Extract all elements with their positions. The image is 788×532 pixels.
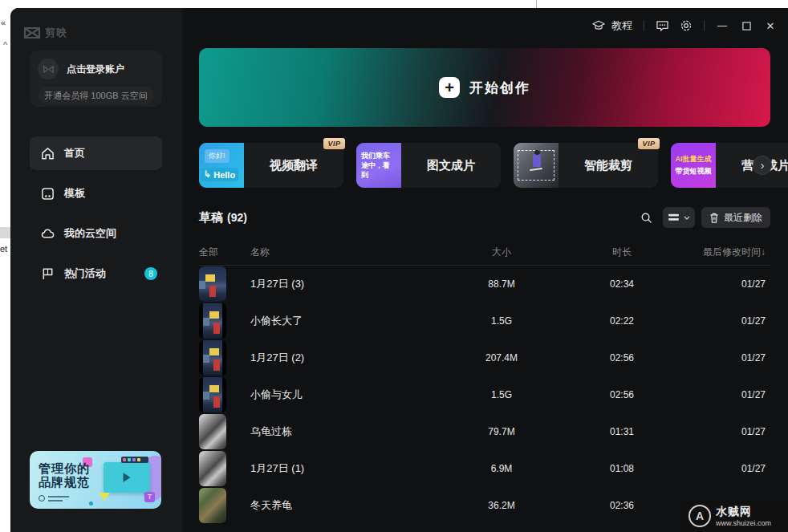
tutorial-cap-icon bbox=[592, 19, 605, 32]
draft-thumbnail bbox=[199, 377, 226, 412]
sidebar-item-templates[interactable]: 模板 bbox=[30, 177, 162, 210]
settings-gear-icon[interactable] bbox=[680, 19, 693, 32]
draft-thumbnail bbox=[199, 340, 226, 376]
tutorial-button[interactable]: 教程 bbox=[592, 18, 632, 33]
screenshot-root: « ^ et 剪映 点击登录账户 bbox=[0, 0, 788, 532]
column-modified[interactable]: 最后修改时间↓ bbox=[682, 246, 770, 259]
template-icon bbox=[41, 187, 55, 201]
vip-badge: VIP bbox=[323, 138, 345, 149]
watermark-url: www.shuizei.com bbox=[716, 519, 771, 527]
draft-row[interactable]: 乌龟过栋 79.7M 01:31 01/27 bbox=[199, 413, 770, 450]
sidebar-item-label: 首页 bbox=[64, 146, 85, 160]
flag-icon bbox=[41, 267, 55, 281]
app-logo: 剪映 bbox=[10, 8, 182, 40]
sidebar-item-label: 模板 bbox=[64, 186, 85, 201]
activities-count-badge: 8 bbox=[144, 267, 157, 280]
site-watermark: A 水贼网 www.shuizei.com bbox=[684, 499, 788, 532]
sort-descending-icon: ↓ bbox=[761, 246, 766, 258]
watermark-logo-icon: A bbox=[688, 505, 711, 527]
sidebar-item-label: 我的云空间 bbox=[64, 226, 116, 241]
promo-yellow-shape bbox=[99, 493, 110, 501]
drafts-table-header: 全部 名称 大小 时长 最后修改时间↓ bbox=[199, 242, 770, 262]
column-duration[interactable]: 时长 bbox=[562, 246, 682, 259]
search-icon bbox=[640, 212, 652, 224]
drafts-header: 草稿 (92) 最近删除 bbox=[199, 207, 770, 228]
collapse-chevrons-glyph[interactable]: « bbox=[1, 18, 6, 27]
drafts-table-body: 1月27日 (3) 88.7M 02:34 01/27 小偷长大了 1.5G 0… bbox=[199, 266, 770, 524]
sidebar: 剪映 点击登录账户 开通会员得 100GB 云空间 bbox=[10, 8, 182, 532]
background-divider-line bbox=[536, 0, 537, 8]
view-mode-toggle[interactable] bbox=[663, 207, 695, 228]
promo-player-illustration bbox=[104, 462, 150, 493]
promo-purple-square: T bbox=[144, 492, 155, 502]
titlebar-divider bbox=[704, 20, 705, 31]
drafts-count: (92) bbox=[227, 211, 247, 224]
minimize-button[interactable]: — bbox=[716, 19, 729, 32]
titlebar: 教程 — ✕ bbox=[182, 8, 788, 43]
draft-row[interactable]: 1月27日 (1) 6.9M 01:08 01/27 bbox=[199, 450, 770, 487]
close-button[interactable]: ✕ bbox=[764, 19, 777, 32]
jianying-logo-icon bbox=[24, 27, 40, 39]
feature-card-video-translate[interactable]: 你好! ↳Hello 视频翻译 VIP bbox=[199, 143, 343, 188]
column-size[interactable]: 大小 bbox=[441, 246, 562, 259]
marketing-thumbnail: AI批量生成 带货短视频 bbox=[671, 143, 716, 188]
trash-icon bbox=[709, 213, 719, 223]
feature-card-text-to-video[interactable]: 我们乘车途中，看到 图文成片 bbox=[356, 143, 501, 188]
login-card[interactable]: 点击登录账户 开通会员得 100GB 云空间 bbox=[30, 51, 162, 107]
sidebar-item-label: 热门活动 bbox=[64, 266, 106, 281]
sidebar-item-home[interactable]: 首页 bbox=[30, 136, 162, 170]
feature-card-smart-crop[interactable]: 智能裁剪 VIP bbox=[514, 143, 658, 188]
jianying-app-window: 剪映 点击登录账户 开通会员得 100GB 云空间 bbox=[10, 8, 788, 532]
video-translate-thumbnail: 你好! ↳Hello bbox=[199, 143, 244, 188]
draft-row[interactable]: 1月27日 (3) 88.7M 02:34 01/27 bbox=[199, 266, 770, 303]
sidebar-item-cloud-space[interactable]: 我的云空间 bbox=[30, 217, 162, 250]
avatar[interactable] bbox=[38, 59, 59, 79]
feedback-icon[interactable] bbox=[656, 19, 668, 32]
background-window-strip: « ^ et bbox=[0, 0, 10, 532]
start-creating-banner[interactable]: + 开始创作 bbox=[199, 48, 770, 127]
promo-color-bar bbox=[121, 457, 148, 463]
sidebar-nav: 首页 模板 我的云空间 bbox=[30, 136, 162, 290]
sidebar-item-hot-activities[interactable]: 热门活动 8 bbox=[30, 257, 162, 290]
cloud-icon bbox=[41, 227, 55, 241]
main-area: 教程 — ✕ + 开始创作 bbox=[182, 8, 788, 532]
drafts-title: 草稿 bbox=[199, 210, 223, 225]
member-benefit-pill[interactable]: 开通会员得 100GB 云空间 bbox=[38, 87, 154, 104]
tutorial-label: 教程 bbox=[611, 18, 632, 33]
login-label[interactable]: 点击登录账户 bbox=[67, 63, 124, 76]
feature-title: 智能裁剪 bbox=[559, 158, 658, 173]
content: + 开始创作 你好! ↳Hello 视频翻译 VIP 我们乘车途 bbox=[182, 43, 788, 524]
play-icon bbox=[124, 473, 131, 482]
column-name[interactable]: 名称 bbox=[250, 246, 441, 259]
draft-thumbnail bbox=[199, 451, 226, 486]
feature-title: 图文成片 bbox=[401, 158, 501, 173]
start-creating-label: 开始创作 bbox=[469, 79, 530, 97]
draft-row[interactable]: 小偷长大了 1.5G 02:22 01/27 bbox=[199, 303, 770, 339]
recently-deleted-label: 最近删除 bbox=[724, 211, 762, 225]
draft-row[interactable]: 小偷与女儿 1.5G 02:56 01/27 bbox=[199, 376, 770, 413]
titlebar-divider bbox=[644, 20, 644, 31]
column-all[interactable]: 全部 bbox=[199, 246, 250, 259]
features-scroll-right-button[interactable]: › bbox=[753, 156, 772, 175]
background-partial-text: et bbox=[0, 244, 7, 254]
app-logo-text: 剪映 bbox=[45, 26, 67, 40]
smart-crop-thumbnail bbox=[514, 143, 559, 188]
brand-promo-banner[interactable]: T 管理你的 品牌规范 bbox=[30, 451, 161, 509]
list-view-icon bbox=[668, 213, 679, 221]
promo-title: 管理你的 品牌规范 bbox=[39, 461, 90, 489]
draft-thumbnail bbox=[199, 303, 226, 339]
drafts-toolbar: 最近删除 bbox=[636, 207, 770, 228]
draft-row[interactable]: 1月27日 (2) 207.4M 02:56 01/27 bbox=[199, 339, 770, 376]
draft-thumbnail bbox=[199, 266, 226, 302]
plus-icon: + bbox=[439, 77, 460, 98]
reply-arrow-icon: ↳ bbox=[204, 169, 211, 180]
feature-cards-row: 你好! ↳Hello 视频翻译 VIP 我们乘车途中，看到 图文成片 bbox=[199, 143, 770, 188]
caret-glyph[interactable]: ^ bbox=[3, 40, 7, 50]
draft-thumbnail bbox=[199, 414, 226, 449]
home-icon bbox=[41, 147, 55, 160]
feature-title: 营销成片 bbox=[716, 158, 788, 173]
maximize-button[interactable] bbox=[740, 19, 753, 32]
avatar-logo-icon bbox=[43, 66, 54, 73]
search-button[interactable] bbox=[636, 207, 656, 228]
recently-deleted-button[interactable]: 最近删除 bbox=[701, 207, 770, 228]
